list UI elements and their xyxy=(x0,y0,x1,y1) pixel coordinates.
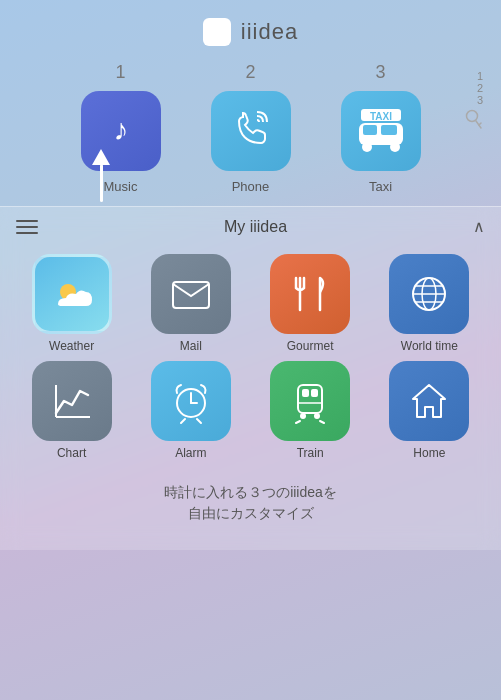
phone-icon-bg[interactable] xyxy=(211,91,291,171)
slots-row: 1 ♪ Music 2 Phone xyxy=(0,62,501,194)
app-item-train[interactable]: Train xyxy=(255,361,366,460)
gourmet-icon[interactable] xyxy=(270,254,350,334)
worldtime-icon[interactable] xyxy=(389,254,469,334)
svg-text:TAXI: TAXI xyxy=(369,111,391,122)
panel-header: My iiidea ∧ xyxy=(0,207,501,246)
chevron-up-icon[interactable]: ∧ xyxy=(473,217,485,236)
app-item-mail[interactable]: Mail xyxy=(135,254,246,353)
footer-text: 時計に入れる３つのiiideaを 自由にカスタマイズ xyxy=(0,472,501,540)
app-item-home[interactable]: Home xyxy=(374,361,485,460)
app-item-gourmet[interactable]: Gourmet xyxy=(255,254,366,353)
svg-rect-29 xyxy=(311,389,318,397)
home-icon[interactable] xyxy=(389,361,469,441)
svg-point-31 xyxy=(300,413,306,419)
train-icon[interactable] xyxy=(270,361,350,441)
arrow-indicator xyxy=(92,149,110,202)
svg-point-9 xyxy=(362,142,372,152)
app-item-worldtime[interactable]: World time xyxy=(374,254,485,353)
svg-text:♪: ♪ xyxy=(113,113,128,146)
svg-line-26 xyxy=(197,419,201,423)
chart-label: Chart xyxy=(57,446,86,460)
slot-number-1: 1 xyxy=(115,62,125,83)
slot-phone[interactable]: 2 Phone xyxy=(186,62,316,194)
svg-rect-8 xyxy=(381,125,397,135)
bottom-panel: My iiidea ∧ Weather Mail xyxy=(0,207,501,550)
slot-number-3: 3 xyxy=(375,62,385,83)
slot-number-2: 2 xyxy=(245,62,255,83)
svg-rect-7 xyxy=(363,125,377,135)
svg-point-32 xyxy=(314,413,320,419)
slot-music[interactable]: 1 ♪ Music xyxy=(56,62,186,194)
svg-rect-28 xyxy=(302,389,309,397)
weather-label: Weather xyxy=(49,339,94,353)
gourmet-label: Gourmet xyxy=(287,339,334,353)
svg-line-33 xyxy=(296,421,300,423)
mail-icon[interactable] xyxy=(151,254,231,334)
app-title: iiidea xyxy=(241,19,298,45)
footer-line2: 自由にカスタマイズ xyxy=(20,503,481,524)
footer-line1: 時計に入れる３つのiiideaを xyxy=(20,482,481,503)
svg-point-10 xyxy=(390,142,400,152)
logo-icon xyxy=(203,18,231,46)
weather-icon[interactable] xyxy=(32,254,112,334)
hamburger-menu[interactable] xyxy=(16,220,38,234)
train-label: Train xyxy=(297,446,324,460)
app-item-chart[interactable]: Chart xyxy=(16,361,127,460)
svg-line-25 xyxy=(181,419,185,423)
svg-rect-27 xyxy=(298,385,322,413)
top-section: iiidea 1 2 3 1 ♪ Music 2 xyxy=(0,0,501,207)
slot-taxi[interactable]: 3 TAXI Taxi xyxy=(316,62,446,194)
svg-line-34 xyxy=(320,421,324,423)
svg-marker-35 xyxy=(413,385,445,417)
app-grid: Weather Mail xyxy=(0,246,501,472)
app-item-weather[interactable]: Weather xyxy=(16,254,127,353)
home-label: Home xyxy=(413,446,445,460)
chart-icon[interactable] xyxy=(32,361,112,441)
mail-label: Mail xyxy=(180,339,202,353)
panel-title: My iiidea xyxy=(38,218,473,236)
alarm-icon[interactable] xyxy=(151,361,231,441)
taxi-icon-bg[interactable]: TAXI xyxy=(341,91,421,171)
worldtime-label: World time xyxy=(401,339,458,353)
alarm-label: Alarm xyxy=(175,446,206,460)
slot-label-phone: Phone xyxy=(232,179,270,194)
logo-row: iiidea xyxy=(203,18,298,46)
slot-label-taxi: Taxi xyxy=(369,179,392,194)
app-item-alarm[interactable]: Alarm xyxy=(135,361,246,460)
